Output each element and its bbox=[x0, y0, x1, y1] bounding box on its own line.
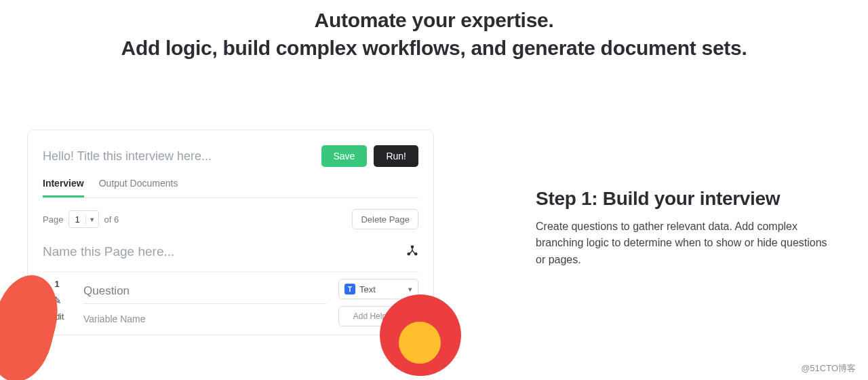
builder-panel: Hello! Title this interview here... Save… bbox=[27, 130, 434, 335]
page-name-input[interactable]: Name this Page here... bbox=[43, 244, 174, 259]
run-button[interactable]: Run! bbox=[374, 145, 418, 167]
chevron-down-icon: ▾ bbox=[85, 215, 98, 224]
watermark: @51CTO博客 bbox=[801, 362, 856, 375]
step-title: Step 1: Build your interview bbox=[536, 187, 827, 210]
page-select[interactable]: 1 ▾ bbox=[68, 210, 98, 228]
delete-page-button[interactable]: Delete Page bbox=[352, 209, 418, 229]
variable-name-input[interactable]: Variable Name bbox=[83, 304, 326, 324]
chevron-down-icon: ▾ bbox=[408, 285, 412, 294]
tab-output-documents[interactable]: Output Documents bbox=[99, 178, 178, 197]
page-total: of 6 bbox=[104, 214, 119, 225]
hero-line-1: Automate your expertise. bbox=[0, 7, 868, 35]
question-index: 1 bbox=[54, 279, 59, 289]
hero-line-2: Add logic, build complex workflows, and … bbox=[0, 35, 868, 62]
page-label: Page bbox=[43, 214, 63, 225]
question-type-label: Text bbox=[359, 284, 376, 294]
tab-interview[interactable]: Interview bbox=[43, 178, 84, 197]
interview-title-input[interactable]: Hello! Title this interview here... bbox=[43, 149, 212, 164]
step-description: Step 1: Build your interview Create ques… bbox=[536, 187, 827, 269]
question-row: 1 ✎ Edit Question Variable Name T Text ▾… bbox=[43, 271, 418, 326]
save-button[interactable]: Save bbox=[321, 145, 368, 167]
step-body: Create questions to gather relevant data… bbox=[536, 218, 827, 269]
page-current: 1 bbox=[69, 214, 85, 225]
decorative-blob-right bbox=[380, 294, 461, 376]
question-text-input[interactable]: Question bbox=[83, 279, 326, 304]
hero-heading: Automate your expertise. Add logic, buil… bbox=[0, 7, 868, 62]
text-type-badge-icon: T bbox=[344, 284, 355, 294]
tabs: Interview Output Documents bbox=[43, 178, 418, 198]
branching-logic-icon[interactable] bbox=[406, 244, 418, 259]
